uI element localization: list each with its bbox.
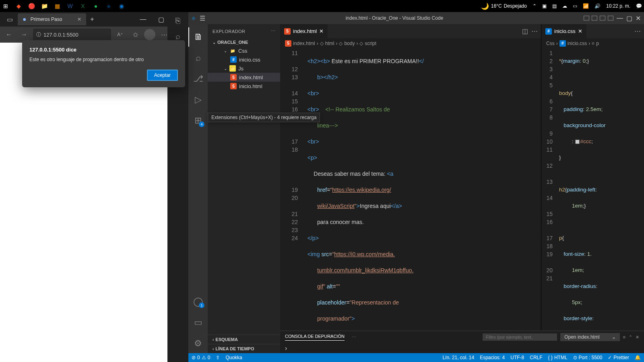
minimap[interactable] (637, 48, 644, 331)
search-icon[interactable]: ⌕ (175, 32, 180, 41)
list-icon[interactable]: ≡ (623, 335, 625, 339)
word-icon[interactable]: W (66, 2, 74, 10)
onedrive-icon[interactable]: ☁ (562, 3, 567, 9)
close-icon[interactable]: ✕ (319, 28, 324, 34)
new-tab-button[interactable]: + (86, 16, 98, 23)
maximize-button[interactable]: ▢ (626, 14, 632, 22)
editor-tab-inicio-css[interactable]: # inicio.css ✕ (541, 24, 586, 38)
hamburger-icon[interactable]: ☰ (200, 14, 205, 22)
sublime-icon[interactable]: ▦ (54, 2, 61, 10)
address-bar[interactable]: ⓘ 127.0.0.1:5500 (33, 29, 111, 41)
loading-dot-icon: ● (23, 16, 27, 23)
notifications-icon[interactable]: 🔔 (635, 355, 641, 360)
live-share-icon[interactable]: ⇪ (216, 355, 220, 360)
editor-split: 5 index.html ✕ ◫ ⋯ 5index.html› ◇ htm (280, 24, 644, 331)
chevron-up-icon[interactable]: ⌃ (629, 335, 632, 340)
panel-body[interactable]: › (280, 343, 644, 353)
spotify-icon[interactable]: ● (92, 2, 99, 10)
file-index-html[interactable]: 5index.html (208, 73, 280, 82)
excel-icon[interactable]: X (79, 2, 87, 10)
browser-tab[interactable]: ● Primeros Paso ✕ (18, 13, 86, 25)
code-editor-left[interactable]: 1112131415161718192021222324 <h2><b> Est… (280, 48, 541, 331)
start-icon[interactable]: ⊞ (2, 2, 9, 10)
live-server-status[interactable]: ⊙ Port : 5500 (573, 355, 603, 360)
editor-tab-index-html[interactable]: 5 index.html ✕ (280, 24, 328, 38)
layout-icon[interactable] (584, 16, 589, 21)
extensions-activity[interactable]: ⊞4 (188, 111, 208, 130)
tray-icon[interactable]: ▣ (542, 3, 547, 9)
close-icon[interactable]: ✕ (636, 335, 639, 340)
more-icon[interactable]: ⋯ (271, 29, 276, 34)
layout-controls[interactable] (584, 16, 613, 21)
explorer-header: EXPLORADOR ⋯ (208, 24, 280, 38)
back-button[interactable]: ← (2, 28, 15, 41)
minimize-button[interactable]: — (134, 12, 152, 27)
layout-icon[interactable] (592, 16, 597, 21)
clock[interactable]: 10:22 p. m. (606, 3, 630, 9)
tray-icon[interactable]: ▤ (552, 3, 557, 9)
file-inicio-css[interactable]: #inicio.css (208, 55, 280, 64)
cursor-position[interactable]: Lín. 21, col. 14 (442, 355, 474, 360)
browser-viewport (0, 43, 188, 362)
split-editor-icon[interactable]: ◫ (522, 27, 528, 35)
quokka-status[interactable]: Quokka (225, 355, 242, 360)
problems-status[interactable]: ⊘ 0 ⚠ 0 (192, 355, 210, 360)
language-icon[interactable]: ▭ (573, 3, 577, 9)
vscode-icon[interactable]: ⟐ (105, 2, 112, 10)
vscode-window: ⟐ ☰ index.html - Oracle_One - Visual Stu… (188, 12, 644, 362)
panel-toggle-icon[interactable]: ▭ (188, 313, 208, 332)
eol-status[interactable]: CRLF (530, 355, 542, 360)
minimap[interactable] (521, 48, 541, 331)
minimize-button[interactable]: — (617, 14, 623, 22)
more-icon[interactable]: ⋯ (531, 27, 538, 35)
browser-window: ▭ ● Primeros Paso ✕ + — ▢ ✕ ← → ⓘ 127.0.… (0, 12, 188, 362)
workspace-icon[interactable]: ▭ (3, 13, 16, 26)
settings-activity[interactable]: ⚙ (188, 334, 208, 353)
layout-icon[interactable] (600, 16, 605, 21)
chrome-icon[interactable]: 🔴 (28, 2, 35, 10)
breadcrumbs[interactable]: 5index.html› ◇ html› ◇ body› ◇ script (280, 38, 541, 48)
process-selector[interactable]: Open index.html⌄ (560, 333, 619, 341)
close-icon[interactable]: ✕ (578, 28, 582, 34)
new-doc-icon[interactable]: ⎘ (175, 16, 180, 25)
search-activity[interactable]: ⌕ (188, 48, 208, 68)
indentation-status[interactable]: Espacios: 4 (480, 355, 505, 360)
language-status[interactable]: { } HTML (548, 355, 568, 360)
timeline-section[interactable]: ›LÍNEA DE TIEMPO (208, 344, 280, 353)
brave-icon[interactable]: ◆ (15, 2, 22, 10)
file-inicio-html[interactable]: 5inicio.html (208, 82, 280, 90)
read-aloud-icon[interactable]: A⁺ (114, 28, 126, 41)
debug-activity[interactable]: ▷ (188, 90, 208, 109)
chevron-up-icon[interactable]: ⌃ (533, 3, 537, 9)
code-editor-right[interactable]: 123456789101112131415161718192021 *{marg… (541, 48, 644, 331)
breadcrumbs[interactable]: Css› #inicio.css› ⌗ p (541, 38, 644, 48)
filter-input[interactable] (483, 333, 557, 341)
edge-icon[interactable]: ◉ (118, 2, 125, 10)
explorer-icon[interactable]: 📁 (41, 2, 48, 10)
weather-widget[interactable]: 🌙 16°C Despejado (481, 2, 527, 10)
project-root[interactable]: ⌄ORACLE_ONE (208, 38, 280, 46)
folder-js[interactable]: ⌄📁Js (208, 64, 280, 73)
close-icon[interactable]: ✕ (77, 16, 81, 22)
alert-ok-button[interactable]: Aceptar (147, 70, 178, 81)
more-icon[interactable]: ⋯ (352, 335, 356, 340)
folder-css[interactable]: ⌄📁Css (208, 46, 280, 55)
code-content[interactable]: <h2><b> Este es mi PRIMER PROGRAMA!!</ b… (304, 48, 521, 331)
code-content[interactable]: *{margin: 0;} body{ padding: 2.5em; back… (559, 48, 637, 331)
explorer-activity[interactable]: 🗎 (188, 27, 208, 47)
scm-activity[interactable]: ⎇ (188, 69, 208, 88)
prettier-status[interactable]: ✓ Prettier (608, 355, 629, 360)
encoding-status[interactable]: UTF-8 (510, 355, 524, 360)
wifi-icon[interactable]: 📶 (583, 3, 589, 9)
profile-avatar[interactable] (144, 29, 155, 40)
more-icon[interactable]: ⋯ (634, 27, 641, 35)
volume-icon[interactable]: 🔊 (594, 3, 601, 9)
notifications-icon[interactable]: 💬 (636, 3, 642, 9)
debug-console-tab[interactable]: CONSOLA DE DEPURACIÓN (285, 334, 345, 341)
forward-button[interactable]: → (18, 28, 31, 41)
account-activity[interactable]: ◯1 (188, 292, 208, 311)
favorite-icon[interactable]: ✩ (129, 28, 142, 41)
close-button[interactable]: ✕ (636, 14, 641, 22)
layout-icon[interactable] (608, 16, 613, 21)
outline-section[interactable]: ›ESQUEMA (208, 335, 280, 344)
